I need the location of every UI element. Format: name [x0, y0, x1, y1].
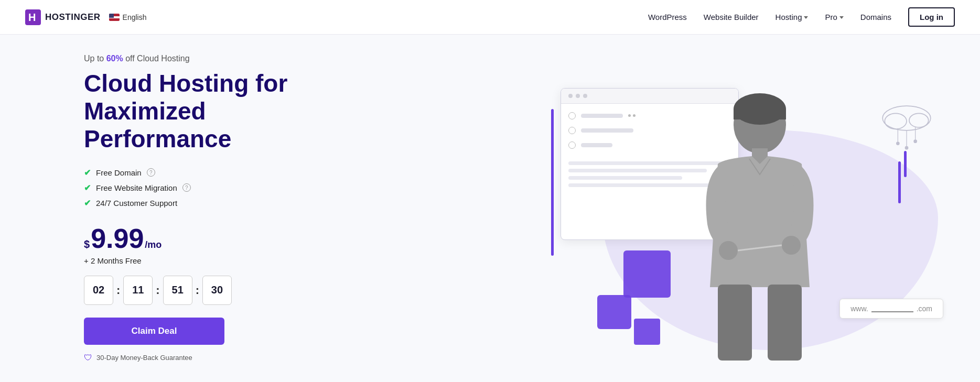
promo-suffix: off Cloud Hosting: [123, 54, 190, 63]
feature-migration: ✔ Free Website Migration ?: [84, 183, 357, 193]
line-element: [581, 143, 612, 147]
nav-left: H HOSTINGER English: [25, 9, 146, 25]
countdown-sep: :: [156, 283, 159, 297]
features-list: ✔ Free Domain ? ✔ Free Website Migration…: [84, 168, 357, 208]
nav-right: WordPress Website Builder Hosting Pro Do…: [648, 7, 955, 27]
svg-point-4: [909, 113, 929, 127]
nav-link-wordpress[interactable]: WordPress: [648, 13, 687, 21]
logo-text: HOSTINGER: [45, 12, 101, 23]
svg-point-8: [896, 141, 900, 145]
browser-dot: [583, 94, 587, 98]
price-amount: 9.99: [91, 225, 144, 252]
domain-underline: [871, 305, 913, 312]
flag-icon: [109, 14, 120, 21]
illustration-container: www. .com: [519, 57, 970, 361]
language-selector[interactable]: English: [109, 13, 147, 21]
right-bar: [904, 151, 907, 177]
countdown-minutes: 11: [123, 276, 153, 305]
hero-right: www. .com: [508, 35, 980, 382]
svg-text:H: H: [28, 12, 36, 23]
chevron-down-icon: [804, 16, 808, 19]
nav-link-domains[interactable]: Domains: [860, 13, 891, 21]
check-icon: ✔: [84, 198, 91, 208]
circle-icon: [568, 112, 576, 119]
help-icon[interactable]: ?: [182, 183, 191, 192]
cloud-illustration: [865, 99, 949, 153]
right-bar: [898, 161, 901, 203]
nav-link-website-builder[interactable]: Website Builder: [704, 13, 759, 21]
price-period: /mo: [145, 239, 161, 250]
login-button[interactable]: Log in: [908, 7, 955, 27]
purple-square-2: [597, 295, 631, 329]
svg-point-16: [782, 236, 801, 255]
help-icon[interactable]: ?: [147, 168, 155, 177]
purple-square-3: [634, 319, 660, 345]
circle-icon: [568, 127, 576, 134]
countdown-seconds: 51: [163, 276, 192, 305]
domain-prefix: www.: [850, 304, 868, 313]
guarantee-text: 🛡 30-Day Money-Back Guarantee: [84, 353, 357, 363]
countdown-hours: 02: [84, 276, 113, 305]
hero-title: Cloud Hosting for Maximized Performance: [84, 70, 357, 153]
bonus-text: + 2 Months Free: [84, 256, 357, 265]
svg-rect-18: [718, 285, 752, 361]
price-block: $ 9.99 /mo: [84, 225, 357, 252]
main-content: Up to 60% off Cloud Hosting Cloud Hostin…: [0, 35, 980, 382]
purple-square-1: [623, 250, 671, 298]
check-icon: ✔: [84, 168, 91, 178]
dots-element: [628, 114, 636, 117]
vertical-bar-left: [551, 109, 554, 256]
feature-free-domain: ✔ Free Domain ?: [84, 168, 357, 178]
navbar: H HOSTINGER English WordPress Website Bu…: [0, 0, 980, 35]
countdown-sep: :: [116, 283, 120, 297]
svg-point-3: [885, 113, 907, 129]
logo[interactable]: H HOSTINGER: [25, 9, 101, 25]
price-row: $ 9.99 /mo: [84, 225, 357, 252]
check-icon: ✔: [84, 183, 91, 193]
svg-point-15: [719, 241, 738, 260]
promo-text: Up to 60% off Cloud Hosting: [84, 54, 357, 63]
svg-point-9: [905, 146, 909, 149]
right-bars: [898, 151, 907, 203]
language-label: English: [123, 13, 147, 21]
svg-rect-13: [734, 109, 786, 119]
dot-sm: [633, 114, 636, 117]
dot-sm: [628, 114, 631, 117]
domain-bar: www. .com: [839, 299, 943, 319]
feature-support: ✔ 24/7 Customer Support: [84, 198, 357, 208]
shield-icon: 🛡: [84, 353, 92, 363]
svg-point-10: [913, 139, 917, 143]
countdown-ms: 30: [202, 276, 232, 305]
promo-prefix: Up to: [84, 54, 106, 63]
browser-dot: [568, 94, 573, 98]
price-dollar: $: [84, 238, 90, 250]
circle-icon: [568, 141, 576, 149]
line-element: [581, 114, 623, 118]
chevron-down-icon: [839, 16, 844, 19]
hero-left: Up to 60% off Cloud Hosting Cloud Hostin…: [84, 54, 357, 363]
claim-deal-button[interactable]: Claim Deal: [84, 318, 224, 345]
person-figure: [665, 78, 854, 361]
promo-highlight: 60%: [106, 54, 123, 63]
countdown-sep: :: [196, 283, 199, 297]
line-element: [581, 128, 633, 133]
svg-rect-19: [768, 285, 802, 361]
logo-icon: H: [25, 9, 41, 25]
browser-dot: [576, 94, 580, 98]
nav-link-hosting[interactable]: Hosting: [776, 13, 809, 21]
countdown-timer: 02 : 11 : 51 : 30: [84, 276, 357, 305]
domain-suffix: .com: [917, 304, 932, 313]
nav-link-pro[interactable]: Pro: [825, 13, 843, 21]
